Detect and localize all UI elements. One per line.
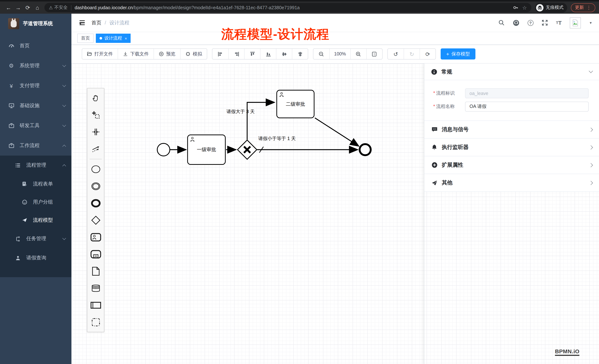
browser-update-button[interactable]: 更新 ⋮ xyxy=(571,3,595,12)
subprocess-icon[interactable] xyxy=(87,246,104,263)
workflow-submenu: 流程管理 流程表单 用户分组 xyxy=(0,156,71,277)
task-first-approval[interactable]: 一级审批 xyxy=(187,135,226,165)
paper-plane-icon xyxy=(21,217,28,223)
dashboard-icon xyxy=(8,43,14,49)
bookmark-star-icon[interactable]: ☆ xyxy=(522,5,527,10)
tab-design-process[interactable]: 设计流程 × xyxy=(96,34,131,43)
zoom-reset-icon[interactable] xyxy=(366,49,382,59)
section-extension-attributes[interactable]: 扩展属性 xyxy=(424,156,599,174)
avatar-caret-icon[interactable]: ▼ xyxy=(589,21,592,25)
data-store-icon[interactable] xyxy=(87,280,104,297)
process-key-input[interactable] xyxy=(465,88,589,98)
section-general[interactable]: 常规 xyxy=(424,64,599,80)
exclusive-gateway[interactable] xyxy=(238,140,257,159)
undo-icon[interactable]: ↺ xyxy=(388,49,404,59)
reload-icon[interactable]: ⟳ xyxy=(23,4,33,11)
user-task-icon[interactable] xyxy=(87,229,104,246)
avatar[interactable] xyxy=(570,17,581,28)
section-other[interactable]: 其他 xyxy=(424,174,599,192)
sidebar-item-label: 任务管理 xyxy=(26,235,63,242)
section-execution-listener[interactable]: 执行监听器 xyxy=(424,139,599,156)
breadcrumb-home[interactable]: 首页 xyxy=(91,19,101,26)
chevron-right-icon xyxy=(589,145,593,150)
restart-icon[interactable]: ⟳ xyxy=(420,49,435,59)
connect-tool-icon[interactable] xyxy=(87,140,104,157)
sidebar-item-task-mgmt[interactable]: 任务管理 xyxy=(0,229,71,248)
download-file-button[interactable]: 下载文件 xyxy=(118,49,154,59)
sidebar-item-leave-query[interactable]: 请假查询 xyxy=(0,248,71,268)
sidebar-item-payment[interactable]: ¥ 支付管理 xyxy=(0,76,71,96)
forward-icon[interactable]: → xyxy=(13,4,23,11)
password-key-icon[interactable] xyxy=(513,5,519,10)
align-top-icon[interactable] xyxy=(244,49,260,59)
button-label: 打开文件 xyxy=(94,51,113,57)
not-secure-label[interactable]: 不安全 xyxy=(54,4,68,11)
back-icon[interactable]: ← xyxy=(4,4,13,11)
intermediate-event-icon[interactable] xyxy=(87,178,104,195)
task-second-approval[interactable]: 二级审批 xyxy=(276,90,315,118)
search-icon[interactable] xyxy=(498,20,505,26)
address-bar[interactable]: ⚠ 不安全 dashboard.yudao.iocoder.cn /bpm/ma… xyxy=(44,3,531,12)
sidebar-item-system[interactable]: ⚙ 系统管理 xyxy=(0,56,71,76)
sidebar-item-label: 首页 xyxy=(20,42,65,49)
hand-tool-icon[interactable] xyxy=(87,89,104,106)
sidebar-collapse-icon[interactable] xyxy=(78,20,85,25)
fullscreen-icon[interactable] xyxy=(542,20,548,26)
bell-icon xyxy=(431,144,438,150)
tab-home[interactable]: 首页 xyxy=(77,34,94,43)
space-tool-icon[interactable] xyxy=(87,123,104,140)
zoom-in-icon[interactable] xyxy=(350,49,366,59)
zoom-out-icon[interactable] xyxy=(313,49,329,59)
simulate-button[interactable]: 模拟 xyxy=(180,49,207,59)
participant-pool-icon[interactable] xyxy=(87,297,104,314)
align-center-icon[interactable] xyxy=(292,49,308,59)
align-right-icon[interactable] xyxy=(228,49,244,59)
open-file-button[interactable]: 打开文件 xyxy=(82,49,118,59)
align-middle-icon[interactable] xyxy=(276,49,292,59)
section-message-signal[interactable]: 消息与信号 xyxy=(424,121,599,139)
sidebar-item-workflow[interactable]: 工作流程 xyxy=(0,136,71,156)
data-object-icon[interactable] xyxy=(87,263,104,280)
info-icon xyxy=(431,68,437,75)
sidebar: 芋道管理系统 首页 ⚙ 系统管理 ¥ 支付管理 xyxy=(0,14,71,364)
align-bottom-icon[interactable] xyxy=(260,49,276,59)
start-event-icon[interactable] xyxy=(87,161,104,178)
save-model-button[interactable]: 保存模型 xyxy=(441,48,476,59)
sidebar-item-infra[interactable]: 基础设施 xyxy=(0,96,71,116)
start-event[interactable] xyxy=(157,143,170,156)
plus-circle-icon xyxy=(431,162,438,168)
gateway-icon[interactable] xyxy=(87,212,104,229)
help-icon[interactable]: ? xyxy=(528,20,534,26)
app-logo-row[interactable]: 芋道管理系统 xyxy=(0,14,71,34)
condition-label-le1[interactable]: 请假小于等于 1 天 xyxy=(258,136,296,142)
github-icon[interactable] xyxy=(513,19,520,26)
preview-button[interactable]: 预览 xyxy=(154,49,180,59)
redo-icon[interactable]: ↻ xyxy=(404,49,420,59)
close-icon[interactable]: × xyxy=(125,36,127,41)
monitor-icon xyxy=(8,103,14,109)
group-icon[interactable] xyxy=(87,314,104,331)
bpmn-canvas[interactable]: 一级审批 二级审批 请假大于 3 天 请假小于等于 1 天 BPMN.iO 常规 xyxy=(71,64,599,364)
chevron-down-icon xyxy=(62,236,66,240)
align-left-icon[interactable] xyxy=(212,49,228,59)
sidebar-item-home[interactable]: 首页 xyxy=(0,36,71,56)
sidebar-item-process-mgmt[interactable]: 流程管理 xyxy=(0,156,71,175)
process-name-input[interactable] xyxy=(465,102,589,112)
end-event[interactable] xyxy=(360,144,371,155)
sidebar-item-process-form[interactable]: 流程表单 xyxy=(0,175,71,193)
flow-task2-to-end[interactable] xyxy=(315,118,359,146)
sidebar-item-devtools[interactable]: 研发工具 xyxy=(0,116,71,136)
flow-gateway-to-task2[interactable] xyxy=(247,102,274,140)
end-event-icon[interactable] xyxy=(87,195,104,212)
face-icon xyxy=(21,199,28,205)
home-icon[interactable]: ⌂ xyxy=(33,4,42,11)
condition-label-gt3[interactable]: 请假大于 3 天 xyxy=(226,109,255,115)
sidebar-item-process-model[interactable]: 流程模型 xyxy=(0,211,71,229)
font-size-icon[interactable]: TT xyxy=(556,20,562,25)
browser-menu-icon[interactable]: ⋮ xyxy=(586,5,591,10)
main-area: 流程模型-设计流程 首页 / 设计流程 ? TT xyxy=(71,14,599,364)
sidebar-item-user-group[interactable]: 用户分组 xyxy=(0,193,71,211)
field-label: *流程标识 xyxy=(433,90,465,96)
chevron-down-icon xyxy=(62,103,66,107)
lasso-tool-icon[interactable] xyxy=(87,106,104,123)
